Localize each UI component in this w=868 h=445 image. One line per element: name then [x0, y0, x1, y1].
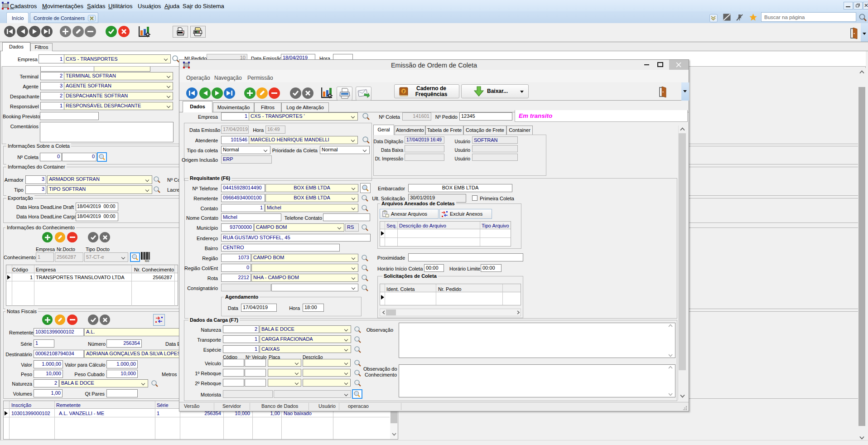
svg-text:loo: loo	[145, 259, 149, 262]
svg-text:F: F	[403, 89, 405, 94]
